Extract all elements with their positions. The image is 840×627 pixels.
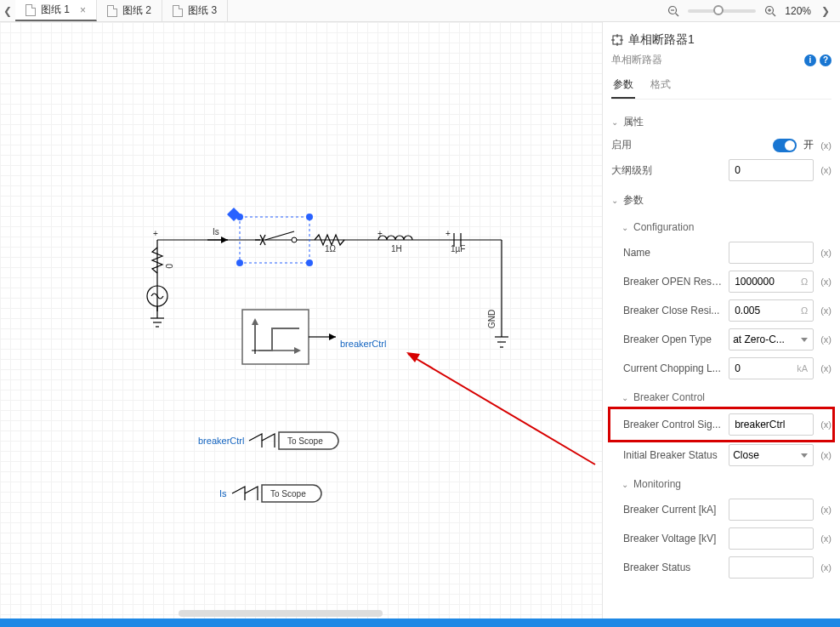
svg-text:0: 0 (164, 264, 173, 269)
zoom-out-icon[interactable] (666, 3, 681, 19)
resistor-component[interactable]: 1Ω (315, 235, 344, 254)
zoom-in-icon[interactable] (763, 3, 778, 19)
current-probe[interactable]: Is (207, 227, 228, 243)
svg-text:+: + (153, 229, 158, 238)
expression-button[interactable]: (x) (820, 276, 831, 287)
canvas-scrollbar-horizontal[interactable] (179, 610, 383, 617)
name-label: Name (623, 247, 722, 259)
sheet-tab-3[interactable]: 图纸 3 (162, 0, 228, 21)
close-icon[interactable]: × (80, 4, 86, 16)
enable-label: 启用 (611, 138, 766, 152)
expression-button[interactable]: (x) (820, 248, 831, 258)
name-field[interactable] (729, 242, 814, 264)
expression-button[interactable]: (x) (820, 450, 831, 460)
svg-line-4 (773, 13, 776, 16)
panel-subtype: 单相断路器 (611, 53, 662, 67)
svg-text:1H: 1H (391, 244, 402, 254)
chop-label: Current Chopping L... (623, 362, 722, 374)
svg-text:1µF: 1µF (451, 244, 465, 254)
svg-point-21 (292, 237, 297, 242)
document-icon (173, 5, 183, 17)
svg-text:+: + (446, 229, 451, 238)
tab-parameters[interactable]: 参数 (611, 72, 635, 99)
init-status-select[interactable]: Close (729, 444, 814, 466)
zoom-slider[interactable] (688, 9, 756, 13)
expression-button[interactable]: (x) (820, 165, 831, 175)
tab-label: 图纸 1 (41, 3, 70, 17)
status-bar (0, 618, 840, 627)
svg-point-15 (306, 259, 313, 266)
svg-text:Is: Is (219, 488, 227, 499)
outline-label: 大纲级别 (611, 163, 722, 178)
breaker-component[interactable] (227, 208, 313, 266)
ground-symbol[interactable]: GND (487, 310, 508, 347)
svg-point-14 (236, 259, 243, 266)
expression-button[interactable]: (x) (820, 533, 831, 544)
scope-output-2[interactable]: Is To Scope (219, 485, 321, 502)
document-icon (26, 4, 36, 16)
properties-panel: 单相断路器1 单相断路器 i ? 参数 格式 ⌄属性 启用 开 (x) 大纲级别… (602, 22, 840, 627)
info-icon[interactable]: i (804, 54, 816, 66)
step-signal-block[interactable]: breakerCtrl (242, 310, 386, 364)
close-res-label: Breaker Close Resi... (623, 305, 722, 316)
inductor-component[interactable]: 1H + (377, 229, 412, 254)
expression-button[interactable]: (x) (820, 305, 831, 316)
sheet-tab-2[interactable]: 图纸 2 (97, 0, 162, 21)
svg-line-54 (408, 354, 595, 465)
tab-format[interactable]: 格式 (649, 72, 673, 99)
chop-field[interactable]: kA (729, 357, 814, 379)
chevron-down-icon: ⌄ (611, 117, 618, 127)
expression-button[interactable]: (x) (820, 363, 831, 373)
svg-text:breakerCtrl: breakerCtrl (198, 436, 244, 446)
tab-nav-prev[interactable]: ❮ (0, 5, 15, 17)
open-type-select[interactable]: at Zero-C... (729, 328, 814, 351)
capacitor-component[interactable]: 1µF + (446, 229, 465, 254)
section-attributes[interactable]: ⌄属性 (611, 106, 831, 134)
zoom-slider-handle[interactable] (713, 5, 724, 15)
tab-bar: ❮ 图纸 1 × 图纸 2 图纸 3 120% ❯ (0, 0, 840, 22)
open-type-label: Breaker Open Type (623, 333, 722, 345)
target-icon (611, 34, 623, 46)
mon-current-field[interactable] (729, 499, 814, 521)
svg-rect-42 (242, 310, 309, 364)
tab-label: 图纸 2 (122, 3, 151, 18)
section-monitoring[interactable]: ⌄Monitoring (611, 470, 831, 495)
expression-button[interactable]: (x) (820, 334, 831, 345)
svg-text:breakerCtrl: breakerCtrl (340, 339, 386, 349)
open-res-field[interactable]: Ω (729, 271, 814, 293)
circuit-canvas[interactable]: Is 1Ω (0, 22, 602, 627)
svg-line-1 (676, 13, 679, 16)
svg-point-13 (306, 214, 313, 220)
mon-status-field[interactable] (729, 556, 814, 579)
chevron-down-icon: ⌄ (621, 393, 628, 402)
mon-voltage-field[interactable] (729, 527, 814, 550)
voltage-source[interactable]: + 0 (147, 229, 173, 327)
expression-button[interactable]: (x) (820, 562, 831, 573)
svg-text:GND: GND (487, 310, 497, 328)
ctrl-sig-field[interactable] (729, 413, 814, 436)
sheet-tab-1[interactable]: 图纸 1 × (15, 0, 97, 21)
ctrl-sig-label: Breaker Control Sig... (623, 419, 722, 430)
document-icon (107, 5, 117, 17)
mon-voltage-label: Breaker Voltage [kV] (623, 533, 722, 544)
expression-button[interactable]: (x) (820, 419, 831, 430)
expression-button[interactable]: (x) (820, 504, 831, 515)
help-icon[interactable]: ? (820, 54, 831, 66)
tab-nav-next[interactable]: ❯ (818, 5, 833, 17)
section-parameters[interactable]: ⌄参数 (611, 185, 831, 213)
chevron-down-icon: ⌄ (611, 196, 618, 205)
mon-current-label: Breaker Current [kA] (623, 504, 722, 516)
section-configuration[interactable]: ⌄Configuration (611, 213, 831, 238)
close-res-field[interactable]: Ω (729, 299, 814, 322)
open-res-label: Breaker OPEN Resi... (623, 276, 722, 288)
expression-button[interactable]: (x) (820, 140, 831, 151)
outline-field[interactable] (729, 159, 814, 181)
zoom-percent: 120% (785, 5, 811, 17)
svg-marker-48 (329, 333, 336, 340)
svg-text:To Scope: To Scope (287, 436, 323, 446)
section-breaker-control[interactable]: ⌄Breaker Control (611, 383, 831, 408)
scope-output-1[interactable]: breakerCtrl To Scope (198, 432, 338, 449)
enable-toggle[interactable] (773, 139, 797, 152)
chevron-down-icon: ⌄ (621, 223, 628, 232)
svg-text:+: + (377, 229, 383, 238)
